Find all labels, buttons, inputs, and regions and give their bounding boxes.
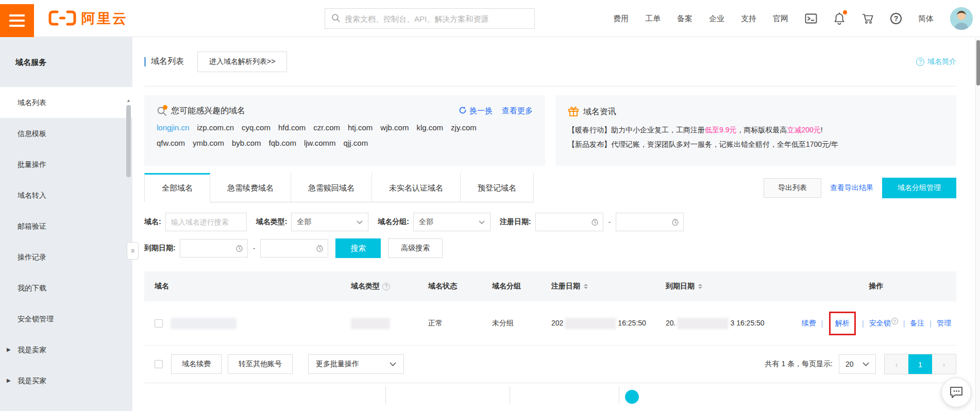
question-circle-icon[interactable]: ? — [382, 283, 390, 290]
sidebar-item[interactable]: ▶ 信息模板 — [0, 118, 132, 149]
sidebar-item[interactable]: ▶ 操作记录 — [0, 242, 132, 272]
sidebar: 域名服务 ▶ 域名列表 ▶ 信息模板 ▶ 批量操作 ▶ 域名转入 ▶ — [0, 37, 132, 411]
hamburger-menu-icon[interactable] — [0, 4, 34, 37]
domain-search-input[interactable] — [165, 213, 247, 231]
sort-icon[interactable] — [698, 282, 702, 291]
suggested-domain-link[interactable]: klg.com — [416, 123, 443, 132]
tab[interactable]: 急需赎回域名 — [291, 173, 372, 202]
topbar-nav-item[interactable]: 支持 — [741, 14, 756, 24]
prev-page-button[interactable]: ‹ — [885, 354, 908, 374]
refresh-domains-link[interactable]: 换一换 — [459, 106, 493, 116]
sidebar-item[interactable]: ▶ 批量操作 — [0, 149, 132, 180]
news-item[interactable]: 【新品发布】代理记账，资深团队多对一服务，记账出错全赔付，全年低至1700元/年 — [568, 140, 944, 149]
sidebar-item-label: 操作记录 — [18, 253, 46, 261]
news-item[interactable]: 【暖春行动】助力中小企业复工，工商注册低至9.9元，商标版权最高立减200元! — [568, 126, 944, 135]
topbar-nav-item[interactable]: 企业 — [709, 14, 724, 24]
suggested-domain-link[interactable]: byb.com — [232, 139, 261, 147]
date-range-separator: - — [253, 244, 256, 252]
scrollbar-up-arrow-icon[interactable]: ▲ — [125, 98, 132, 103]
domain-group-manage-button[interactable]: 域名分组管理 — [882, 178, 956, 198]
question-circle-icon: ? — [916, 58, 924, 66]
domain-intro-link[interactable]: ? 域名简介 — [916, 57, 956, 66]
clock-icon — [671, 218, 679, 226]
global-search[interactable] — [325, 8, 535, 29]
topbar-nav-item[interactable]: 官网 — [773, 14, 788, 24]
suggested-domain-link[interactable]: hfd.com — [278, 123, 306, 132]
search-button[interactable]: 搜索 — [335, 238, 381, 258]
next-page-button[interactable]: › — [932, 354, 956, 374]
sidebar-item-label: 安全锁管理 — [18, 315, 54, 323]
tab[interactable]: 未实名认证域名 — [372, 173, 461, 202]
suggested-domain-link[interactable]: czr.com — [313, 123, 340, 132]
table-row: 正常 未分组 20216:25:50 20.3 16:25:50 续费 | 解析… — [144, 301, 956, 346]
manage-link[interactable]: 管理 — [937, 319, 951, 328]
renew-link[interactable]: 续费 — [801, 319, 816, 328]
domain-group-select[interactable]: 全部 — [413, 213, 491, 231]
suggested-domain-link[interactable]: fqb.com — [269, 139, 296, 147]
sidebar-item[interactable]: ▶ 域名转入 — [0, 180, 132, 211]
search-input[interactable] — [345, 14, 528, 23]
sidebar-item[interactable]: ▶ 我是买家 — [0, 365, 132, 396]
clock-icon — [316, 245, 324, 252]
alibaba-cloud-logo[interactable]: 阿里云 — [47, 0, 128, 37]
cart-icon[interactable] — [861, 12, 874, 25]
select-all-checkbox[interactable] — [155, 360, 163, 368]
domain-type-select[interactable]: 全部 — [291, 213, 368, 231]
suggested-domain-link[interactable]: qjj.com — [344, 139, 368, 147]
row-checkbox[interactable] — [155, 319, 163, 328]
help-icon[interactable]: ? — [890, 13, 902, 24]
scrollbar-thumb[interactable] — [976, 40, 980, 85]
batch-transfer-button[interactable]: 转至其他账号 — [228, 354, 293, 374]
view-export-result-link[interactable]: 查看导出结果 — [830, 183, 873, 193]
page-header: 域名列表 进入域名解析列表>> ? 域名简介 — [144, 37, 956, 87]
suggested-domain-link[interactable]: longjin.cn — [157, 123, 189, 132]
topbar-nav-item[interactable]: 工单 — [645, 14, 661, 24]
page-scrollbar[interactable] — [975, 38, 980, 411]
language-selector[interactable]: 简体 — [918, 14, 934, 24]
suggested-domain-link[interactable]: ymb.com — [193, 139, 224, 147]
sidebar-item[interactable]: ▶ 我是卖家 — [0, 334, 132, 365]
remark-link[interactable]: 备注 — [910, 319, 924, 328]
notification-bell-icon[interactable] — [834, 12, 845, 25]
sidebar-item[interactable]: ▶ 域名列表 — [0, 87, 132, 118]
page-size-select[interactable]: 20 — [839, 354, 876, 374]
current-page-button[interactable]: 1 — [908, 354, 932, 374]
sidebar-item[interactable]: ▶ 我的下载 — [0, 272, 132, 303]
chat-widget-button[interactable] — [941, 378, 971, 407]
advanced-search-button[interactable]: 高级搜索 — [388, 238, 443, 258]
sidebar-item[interactable]: ▶ 安全锁管理 — [0, 303, 132, 334]
resolve-link[interactable]: 解析 — [835, 319, 850, 327]
suggested-domain-link[interactable]: zjy.com — [451, 123, 477, 132]
topbar-nav-item[interactable]: 费用 — [613, 14, 629, 24]
sidebar-scrollbar[interactable]: ▲ — [125, 98, 132, 177]
reg-date-end-input[interactable] — [616, 213, 684, 231]
expire-date-end-input[interactable] — [260, 239, 328, 258]
view-more-link[interactable]: 查看更多 — [502, 106, 533, 116]
col-type: 域名类型 — [351, 282, 380, 291]
tab[interactable]: 预登记域名 — [461, 173, 534, 202]
avatar[interactable] — [950, 7, 973, 30]
suggested-domain-link[interactable]: wjb.com — [380, 123, 409, 132]
reg-date-start-input[interactable] — [535, 213, 603, 231]
suggested-domain-link[interactable]: ljw.comm — [304, 139, 336, 147]
suggested-domain-link[interactable]: izp.com.cn — [197, 123, 234, 132]
tab[interactable]: 全部域名 — [144, 173, 210, 202]
tab[interactable]: 急需续费域名 — [210, 173, 291, 202]
expire-date-start-input[interactable] — [180, 239, 248, 258]
topbar-nav-item[interactable]: 备案 — [677, 14, 692, 24]
security-lock-link[interactable]: 安全锁? — [869, 318, 898, 328]
sidebar-item[interactable]: ▶ 邮箱验证 — [0, 211, 132, 242]
sidebar-collapse-handle[interactable]: ≡ — [127, 242, 139, 260]
enter-dns-list-button[interactable]: 进入域名解析列表>> — [197, 52, 287, 72]
export-list-button[interactable]: 导出列表 — [764, 178, 821, 198]
reg-time: 16:25:50 — [618, 318, 646, 327]
suggested-domain-link[interactable]: htj.com — [348, 123, 373, 132]
suggested-domain-link[interactable]: cyq.com — [242, 123, 271, 132]
terminal-icon[interactable] — [805, 13, 817, 24]
scrollbar-thumb[interactable] — [126, 105, 131, 177]
more-batch-actions-select[interactable]: 更多批量操作 — [308, 354, 404, 374]
exp-date-fragment: 20. — [666, 318, 675, 327]
sort-icon[interactable] — [584, 282, 588, 291]
suggested-domain-link[interactable]: qfw.com — [157, 139, 185, 147]
batch-renew-button[interactable]: 域名续费 — [171, 354, 222, 374]
